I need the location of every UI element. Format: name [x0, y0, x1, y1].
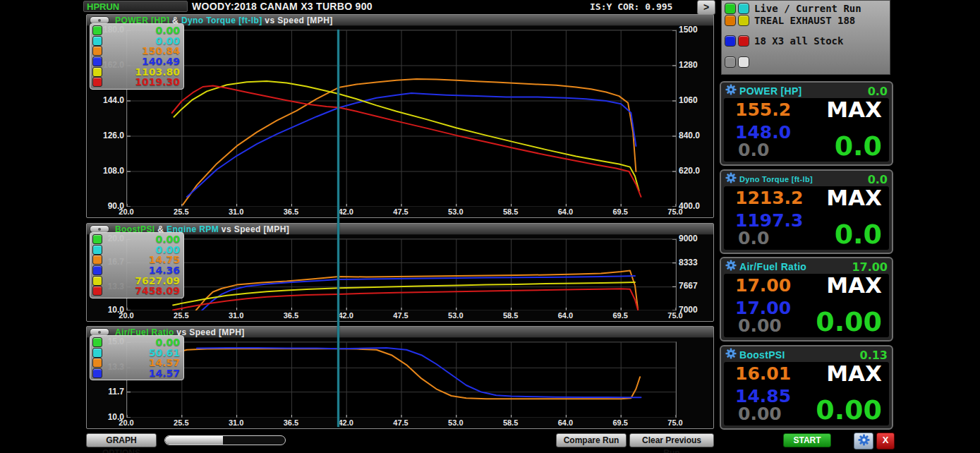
- start-button[interactable]: START: [783, 433, 831, 447]
- progress-bar: [164, 435, 286, 445]
- legend-swatch: [92, 67, 102, 77]
- x-tick-label: 58.5: [503, 207, 518, 216]
- x-tick-label: 20.0: [119, 418, 133, 427]
- legend-row: 0.00: [92, 234, 180, 245]
- x-tick-label: 31.0: [229, 311, 243, 320]
- cursor-line[interactable]: [337, 30, 339, 427]
- x-tick-label: 25.5: [174, 311, 188, 320]
- gauge-body: 16.01 MAX 14.85 0.00 0.00: [724, 362, 889, 425]
- y-tick-label: 144.0: [103, 95, 124, 105]
- legend-row: 0.00: [92, 25, 180, 36]
- close-button[interactable]: X: [876, 433, 895, 449]
- legend-swatch: [92, 358, 102, 368]
- gauge-title: BoostPSI: [739, 349, 785, 361]
- x-tick-label: 69.5: [612, 311, 627, 320]
- legend-value: 14.75: [149, 254, 180, 265]
- chart-boost-rpm: BoostPSI & Engine RPM vs Speed [MPH] 20.…: [86, 223, 714, 322]
- x-tick-label: 47.5: [393, 311, 408, 320]
- legend-row: 7458.09: [92, 286, 180, 296]
- legend-row: 14.75: [92, 255, 180, 265]
- run-label: TREAL EXHAUST 188: [754, 15, 855, 26]
- progress-fill: [165, 436, 223, 445]
- legend-swatch: [92, 255, 102, 265]
- legend-swatch: [92, 46, 102, 56]
- y-tick-label: 1500: [679, 25, 698, 35]
- run-legend-row[interactable]: 18 X3 all Stock: [725, 35, 887, 47]
- gauge-power: POWER [HP] 0.0 155.2 MAX 148.0 0.0 0.0: [720, 81, 893, 166]
- gauge-body: 1213.2 MAX 1197.3 0.0 0.0: [724, 186, 889, 250]
- x-tick-label: 69.5: [612, 207, 627, 216]
- legend-value: 50.61: [149, 347, 180, 358]
- legend-value: 140.49: [142, 56, 180, 67]
- x-tick-label: 36.5: [284, 207, 298, 216]
- gauge-title: POWER [HP]: [739, 85, 802, 97]
- gauge-live-value: 0.13: [860, 349, 888, 362]
- plot-area[interactable]: [126, 342, 677, 418]
- legend-value: 14.36: [149, 265, 180, 276]
- gauge-boost: BoostPSI 0.13 16.01 MAX 14.85 0.00 0.00: [720, 345, 893, 430]
- x-tick-label: 64.0: [558, 311, 573, 320]
- graph-options-button[interactable]: GRAPH OPTIONS: [86, 433, 157, 447]
- plot-area[interactable]: [126, 238, 677, 310]
- x-tick-label: 20.0: [119, 311, 133, 320]
- gauge-live-value: 17.00: [852, 260, 888, 274]
- run-legend-row[interactable]: Live / Current Run: [725, 2, 887, 14]
- legend-swatch: [92, 265, 102, 275]
- gear-icon[interactable]: [725, 348, 737, 362]
- gauge-prev-value: 0.00: [738, 315, 782, 336]
- compare-run-button[interactable]: Compare Run: [556, 433, 627, 447]
- legend-row: 14.57: [92, 358, 180, 368]
- run-label: 18 X3 all Stock: [754, 35, 843, 47]
- legend-row: 14.36: [92, 265, 180, 276]
- gauge-max-value: 0.00: [816, 394, 882, 425]
- gauge-max-label: MAX: [826, 97, 882, 122]
- clear-previous-run-button[interactable]: Clear Previous Run: [629, 433, 714, 447]
- vehicle-title: WOODY:2018 CANAM X3 TURBO 900: [192, 1, 373, 12]
- legend-row: 7627.09: [92, 275, 180, 286]
- run-color-swatch: [725, 15, 736, 26]
- legend-swatch: [92, 77, 102, 87]
- gauge-max-value: 0.00: [816, 306, 882, 337]
- x-tick-label: 53.0: [448, 207, 463, 216]
- gauge-max-label: MAX: [826, 361, 882, 386]
- x-tick-label: 36.5: [284, 418, 298, 427]
- y-tick-label: 126.0: [103, 131, 124, 140]
- x-tick-label: 25.5: [174, 207, 188, 216]
- x-tick-label: 36.5: [284, 311, 298, 320]
- run-color-swatch: [725, 35, 736, 47]
- settings-button[interactable]: [854, 433, 873, 449]
- run-legend-row[interactable]: [725, 56, 887, 68]
- gear-icon[interactable]: [725, 172, 737, 186]
- x-tick-label: 42.0: [338, 207, 353, 216]
- x-tick-label: 31.0: [229, 418, 243, 427]
- x-tick-label: 25.5: [174, 418, 188, 427]
- right-axis: 9000833376677000: [677, 238, 713, 310]
- legend-row: 0.00: [92, 36, 180, 47]
- legend-swatch: [92, 25, 102, 35]
- run-color-swatch: [738, 35, 749, 47]
- run-color-swatch: [738, 3, 749, 14]
- y-tick-label: 7667: [679, 281, 698, 291]
- legend-swatch: [92, 276, 102, 286]
- x-tick-label: 64.0: [558, 418, 573, 427]
- expand-button[interactable]: >: [697, 0, 715, 15]
- gauge-title: Dyno Torque [ft-lb]: [739, 175, 813, 183]
- gear-icon[interactable]: [725, 84, 737, 98]
- x-tick-label: 53.0: [448, 311, 463, 320]
- gear-icon[interactable]: [725, 260, 737, 274]
- run-legend-panel[interactable]: Live / Current RunTREAL EXHAUST 18818 X3…: [721, 0, 890, 75]
- chart-power-torque: POWER [HP] & Dyno Torque [ft-lb] vs Spee…: [86, 14, 714, 218]
- legend-swatch: [92, 234, 102, 244]
- legend-value: 0.00: [155, 25, 180, 36]
- legend-value: 7458.09: [135, 285, 180, 296]
- plot-area[interactable]: [126, 30, 677, 207]
- run-color-swatch: [725, 56, 736, 68]
- run-legend-row[interactable]: TREAL EXHAUST 188: [725, 14, 887, 26]
- x-tick-label: 69.5: [612, 418, 627, 427]
- legend-swatch: [92, 36, 102, 46]
- legend-value: 0.00: [155, 337, 180, 348]
- run-selector-field[interactable]: HPRUN: [83, 1, 188, 12]
- run-color-swatch: [738, 15, 749, 26]
- y-tick-label: 9000: [679, 234, 698, 243]
- gauge-run1-value: 17.00: [735, 275, 791, 296]
